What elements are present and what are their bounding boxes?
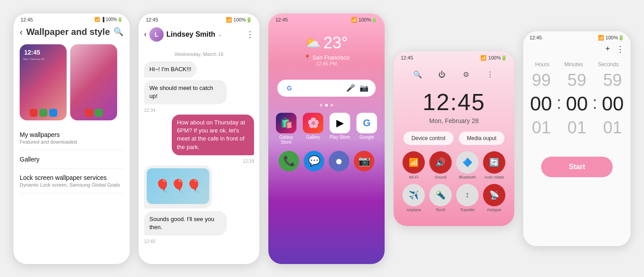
- dot-1: [320, 104, 322, 107]
- toggle-auto-rotate[interactable]: 🔄 Auto rotate: [483, 151, 505, 179]
- menu-items: My wallpapers Featured and downloaded Ga…: [13, 126, 130, 193]
- back-arrow-2-icon[interactable]: ‹: [144, 30, 147, 39]
- seconds-top: 59: [603, 71, 622, 90]
- preview-time-left: 12:45: [24, 49, 40, 56]
- signal-icon: ▐: [101, 17, 104, 22]
- status-bar-5: 12:45 📶 100%🔋: [523, 31, 631, 43]
- transfer-icon: ↕: [466, 190, 470, 200]
- circle-dock-icon[interactable]: ●: [329, 151, 349, 171]
- menu-lock-screen[interactable]: Lock screen wallpaper services Dynamic L…: [20, 169, 123, 193]
- app-grid: 🛍️ Galaxy Store 🌸 Gallery ▶ Play Store G…: [275, 113, 378, 145]
- preview-date-left: Mon, February 28: [23, 58, 44, 60]
- lock-date: Mon, February 28: [429, 117, 479, 124]
- quick-search-icon[interactable]: 🔍: [411, 68, 424, 81]
- google-search-bar[interactable]: G 🎤 📷: [277, 80, 376, 97]
- device-control-btn[interactable]: Device control: [403, 132, 453, 145]
- wallpaper-preview-right[interactable]: [70, 44, 117, 120]
- play-store-icon: ▶: [330, 113, 350, 133]
- toggle-hotspot[interactable]: 📡 Hotspot: [483, 184, 505, 212]
- quick-more-icon[interactable]: ⋮: [483, 68, 497, 81]
- status-bar-2: 12:45 📶 100%🔋: [139, 13, 259, 25]
- time-1: 12:45: [21, 17, 33, 22]
- plus-icon[interactable]: +: [605, 44, 610, 54]
- phone-dock-icon[interactable]: 📞: [279, 151, 299, 171]
- battery-2: 100%🔋: [233, 17, 252, 23]
- balloon-image: 🎈🎈🎈: [147, 168, 209, 204]
- more-icon-5[interactable]: ⋮: [616, 44, 624, 54]
- sound-toggle-btn: 🔊: [429, 151, 452, 174]
- weather-time: 12:45 PM: [316, 61, 337, 66]
- timer-screen: 12:45 📶 100%🔋 + ⋮ Hours Minutes Seconds …: [523, 31, 631, 246]
- search-icon[interactable]: 🔍: [114, 27, 123, 37]
- toggle-wifi[interactable]: 📶 Wi-Fi: [402, 151, 425, 179]
- messages-dock-icon[interactable]: 💬: [304, 151, 324, 171]
- battery-3: 100%🔋: [359, 17, 377, 23]
- gallery-label: Gallery: [20, 156, 123, 163]
- minutes-header: Minutes: [564, 61, 583, 68]
- time-5: 12:45: [530, 35, 542, 40]
- wifi-3-icon: 📶: [351, 17, 357, 23]
- seconds-header: Seconds: [598, 61, 619, 68]
- msg-3-time: 12:39: [144, 159, 254, 164]
- msg-1-row: Hi~! I'm BACK!!!: [144, 61, 254, 80]
- app-galaxy-store[interactable]: 🛍️ Galaxy Store: [275, 113, 297, 145]
- menu-my-wallpapers[interactable]: My wallpapers Featured and downloaded: [20, 126, 123, 150]
- weather-temp: 23°: [323, 34, 347, 52]
- app-google[interactable]: G Google: [356, 113, 378, 145]
- start-button[interactable]: Start: [541, 157, 613, 177]
- quick-power-icon[interactable]: ⏻: [435, 68, 449, 81]
- wallpaper-preview-left[interactable]: 12:45 Mon, February 28: [20, 44, 67, 120]
- back-arrow-icon[interactable]: ‹: [20, 27, 23, 37]
- toggle-bluetooth[interactable]: 🔷 Bluetooth: [456, 151, 479, 179]
- msg-2-row: We should meet to catch up! 12:34: [144, 80, 254, 115]
- hours-header: Hours: [535, 61, 550, 68]
- lens-icon[interactable]: 📷: [360, 84, 369, 92]
- dot-3: [330, 104, 333, 107]
- more-options-icon[interactable]: ⋮: [246, 30, 254, 39]
- toggle-torch[interactable]: 🔦 Torch: [429, 184, 452, 212]
- status-bar-1: 12:45 📶 ▐ 100%🔋: [13, 13, 130, 24]
- toggle-airplane[interactable]: ✈️ Airplane: [402, 184, 425, 212]
- my-wallpapers-sub: Featured and downloaded: [20, 139, 123, 145]
- sound-toggle-label: Sound: [435, 175, 446, 179]
- menu-gallery[interactable]: Gallery: [20, 150, 123, 169]
- quick-settings-icon[interactable]: ⚙: [459, 68, 473, 81]
- transfer-toggle-btn: ↕: [456, 184, 479, 206]
- location-pin-icon: 📍: [304, 54, 311, 61]
- torch-icon: 🔦: [436, 190, 445, 200]
- wallpaper-previews: 12:45 Mon, February 28: [13, 42, 130, 126]
- contact-name: Lindsey Smith: [166, 30, 215, 38]
- weather-top: ⛅ 23°: [305, 34, 347, 52]
- time-3: 12:45: [275, 17, 288, 22]
- lock-screen-sub: Dynamic Lock screen, Samsung Global Goal…: [20, 182, 123, 188]
- hours-current: 00: [530, 93, 552, 115]
- colon-3: :: [557, 94, 562, 115]
- quick-action-icons: 🔍 ⏻ ⚙ ⋮: [411, 63, 497, 85]
- bluetooth-toggle-icon: 🔷: [462, 158, 472, 167]
- microphone-icon[interactable]: 🎤: [346, 84, 355, 92]
- msg-1-bubble: Hi~! I'm BACK!!!: [144, 61, 197, 77]
- gallery-label-home: Gallery: [306, 135, 320, 140]
- hours-bottom: 01: [532, 119, 551, 137]
- msg-4-image: 🎈🎈🎈: [144, 166, 212, 209]
- quick-panel-screen: 12:45 📶 100%🔋 🔍 ⏻ ⚙ ⋮ 12:45 Mon, Februar…: [394, 51, 514, 226]
- media-output-btn[interactable]: Media ouput: [459, 132, 504, 145]
- sound-toggle-icon: 🔊: [436, 158, 445, 167]
- airplane-label: Airplane: [406, 208, 421, 212]
- wifi-toggle-icon: 📶: [409, 158, 419, 167]
- app-gallery[interactable]: 🌸 Gallery: [302, 113, 324, 145]
- google-icon: G: [356, 113, 377, 133]
- minutes-current: 00: [566, 93, 588, 115]
- chevron-icon: ⌄: [218, 31, 222, 38]
- camera-dock-icon[interactable]: 📷: [354, 151, 374, 171]
- battery-1: 100%🔋: [106, 17, 123, 22]
- toggle-sound[interactable]: 🔊 Sound: [429, 151, 452, 179]
- airplane-icon: ✈️: [409, 190, 419, 200]
- app-dot-green: [39, 109, 47, 117]
- auto-rotate-toggle-btn: 🔄: [483, 151, 505, 174]
- google-g-icon: G: [284, 83, 294, 93]
- minutes-top: 59: [568, 71, 586, 90]
- app-dot-blue: [49, 109, 57, 117]
- app-play-store[interactable]: ▶ Play Store: [329, 113, 351, 145]
- toggle-transfer[interactable]: ↕ Transfer: [456, 184, 479, 212]
